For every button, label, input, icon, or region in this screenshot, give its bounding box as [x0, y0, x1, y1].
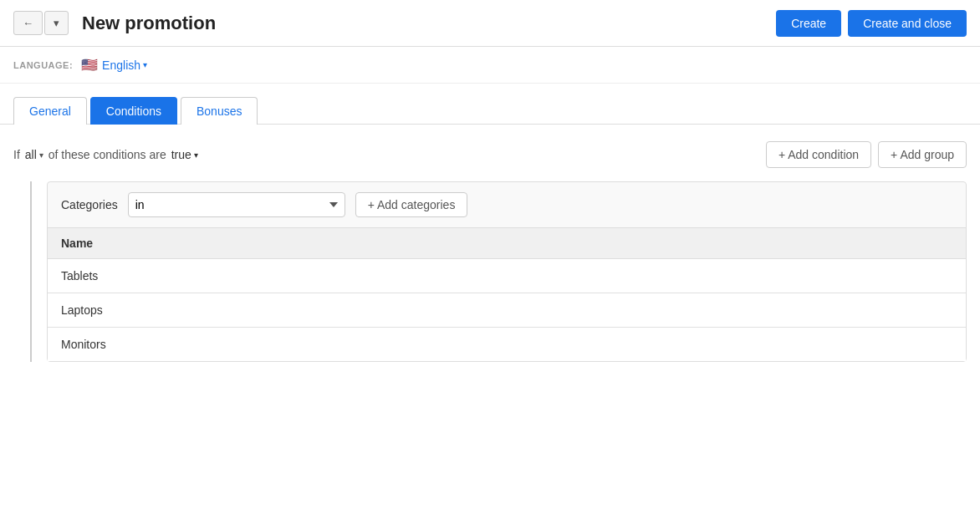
header: ← ▾ New promotion Create Create and clos… — [0, 0, 980, 47]
condition-operator-select[interactable]: in — [128, 192, 345, 217]
tab-bar: General Conditions Bonuses — [0, 84, 980, 125]
tab-general[interactable]: General — [13, 97, 87, 125]
table-row: Laptops — [48, 293, 966, 328]
language-bar: Language: 🇺🇸 English ▾ — [0, 47, 980, 84]
nav-buttons: ← ▾ — [13, 11, 69, 35]
true-chevron-icon: ▾ — [194, 150, 198, 160]
condition-field-label: Categories — [61, 198, 118, 211]
add-condition-button[interactable]: + Add condition — [766, 141, 871, 168]
of-these-conditions-are-label: of these conditions are — [48, 148, 166, 161]
add-categories-button[interactable]: + Add categories — [355, 192, 468, 217]
content-area: If all ▾ of these conditions are true ▾ … — [0, 125, 980, 379]
categories-table: Name TabletsLaptopsMonitors — [48, 227, 966, 361]
create-and-close-button[interactable]: Create and close — [848, 10, 967, 37]
add-group-button[interactable]: + Add group — [878, 141, 967, 168]
category-name-cell: Tablets — [48, 259, 966, 293]
all-chevron-icon: ▾ — [39, 150, 43, 160]
condition-filter-row: If all ▾ of these conditions are true ▾ — [13, 148, 198, 161]
tab-conditions[interactable]: Conditions — [90, 97, 177, 125]
dropdown-button[interactable]: ▾ — [44, 11, 69, 35]
table-row: Tablets — [48, 259, 966, 293]
table-header-name: Name — [48, 228, 966, 259]
table-row: Monitors — [48, 328, 966, 362]
language-label: Language: — [13, 60, 73, 70]
language-chevron-icon: ▾ — [143, 60, 147, 69]
true-dropdown[interactable]: true ▾ — [171, 148, 198, 161]
condition-bar: If all ▾ of these conditions are true ▾ … — [13, 141, 967, 168]
header-actions: Create Create and close — [776, 10, 967, 37]
category-name-cell: Laptops — [48, 293, 966, 328]
condition-block-wrapper: Categories in + Add categories Name Tabl… — [30, 181, 967, 362]
create-button[interactable]: Create — [776, 10, 841, 37]
page-title: New promotion — [82, 13, 776, 34]
category-name-cell: Monitors — [48, 328, 966, 362]
if-label: If — [13, 148, 20, 161]
condition-block: Categories in + Add categories Name Tabl… — [47, 181, 967, 362]
back-button[interactable]: ← — [13, 11, 43, 35]
flag-icon: 🇺🇸 — [81, 57, 98, 73]
all-label: all — [25, 148, 37, 161]
tab-bonuses[interactable]: Bonuses — [181, 97, 258, 125]
language-dropdown[interactable]: English ▾ — [102, 59, 147, 72]
true-label: true — [171, 148, 191, 161]
condition-header: Categories in + Add categories — [48, 182, 966, 227]
connector-line — [30, 181, 32, 362]
language-name: English — [102, 59, 140, 72]
all-dropdown[interactable]: all ▾ — [25, 148, 43, 161]
condition-action-buttons: + Add condition + Add group — [766, 141, 967, 168]
